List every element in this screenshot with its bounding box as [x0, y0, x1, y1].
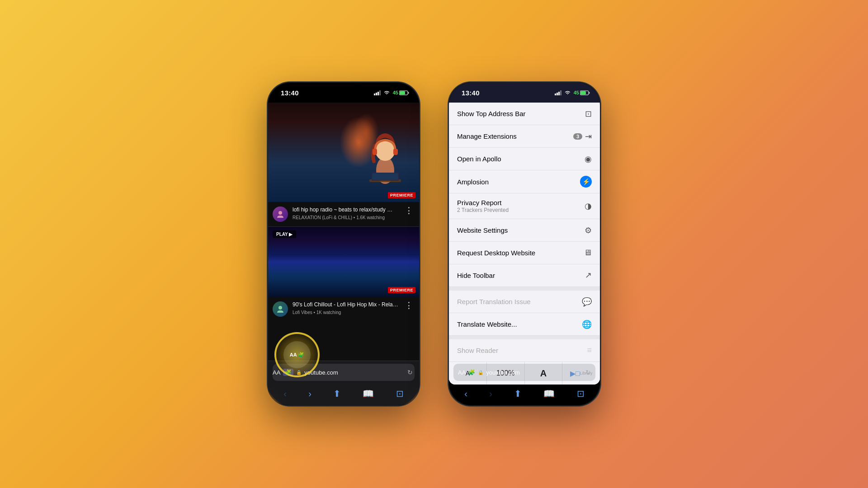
menu-item-report-translation[interactable]: Report Translation Issue 💬: [449, 291, 600, 313]
anime-figure-left: [360, 125, 410, 202]
menu-item-open-apollo[interactable]: Open in Apollo ◉: [449, 148, 600, 170]
menu-label-hide-toolbar: Hide Toolbar: [457, 272, 495, 279]
forward-btn-left[interactable]: ›: [308, 389, 311, 399]
menu-item-hide-toolbar[interactable]: Hide Toolbar ↙: [449, 264, 600, 287]
battery-level-right: 45: [574, 90, 579, 95]
menu-item-show-reader[interactable]: Show Reader ≡: [449, 339, 600, 362]
menu-icon-manage-extensions: ⇥: [585, 131, 592, 141]
svg-rect-22: [580, 91, 586, 94]
menu-item-privacy-report[interactable]: Privacy Report 2 Trackers Prevented ◑: [449, 193, 600, 219]
menu-icon-request-desktop: 🖥: [584, 248, 592, 258]
premiere-badge-bottom-left: PREMIERE: [388, 287, 415, 293]
phone-right: 13:40 45: [448, 81, 601, 407]
bookmarks-btn-right[interactable]: 📖: [543, 388, 555, 399]
channel-avatar-icon-1: [276, 210, 285, 219]
video-entry-1-left[interactable]: lofi hip hop radio ~ beats to relax/stud…: [268, 202, 419, 226]
more-btn-1-left[interactable]: ⋮: [403, 206, 415, 215]
menu-label-show-reader: Show Reader: [457, 347, 498, 354]
menu-right-request-desktop: 🖥: [584, 248, 592, 258]
tabs-btn-left[interactable]: ⊡: [396, 388, 404, 399]
svg-rect-2: [377, 92, 379, 95]
svg-rect-3: [379, 90, 381, 95]
menu-right-open-apollo: ◉: [585, 154, 592, 164]
nav-bar-left: ‹ › ⬆ 📖 ⊡: [268, 384, 419, 404]
svg-point-14: [278, 211, 282, 215]
aa-text-left: AA: [273, 369, 280, 376]
premiere-badge-top-left: PREMIERE: [388, 192, 415, 198]
menu-icon-hide-toolbar: ↙: [585, 271, 592, 281]
more-btn-2-left[interactable]: ⋮: [403, 301, 415, 310]
video-thumb-bottom-left[interactable]: PLAY ▶ PREMIERE: [268, 227, 419, 297]
wifi-icon-right: [564, 90, 571, 95]
play-button-left[interactable]: PLAY ▶: [273, 230, 296, 238]
context-menu: Show Top Address Bar ⊡ Manage Extensions…: [449, 103, 600, 385]
menu-label-show-top-address-bar: Show Top Address Bar: [457, 110, 525, 117]
menu-badge-manage-extensions: 3: [573, 133, 582, 140]
menu-icon-website-settings: ⚙: [585, 225, 592, 235]
menu-item-manage-extensions[interactable]: Manage Extensions 3 ⇥: [449, 125, 600, 148]
highlight-circle: AA 🧩: [274, 332, 320, 377]
phones-container: 13:40 45: [267, 81, 601, 407]
menu-overlay[interactable]: Show Top Address Bar ⊡ Manage Extensions…: [449, 103, 600, 405]
menu-label-privacy-report: Privacy Report: [457, 199, 509, 206]
video-meta-1-left: lofi hip hop radio ~ beats to relax/stud…: [292, 206, 398, 220]
video-channel-2-left: Lofi Vibes • 1K watching: [292, 310, 398, 315]
channel-avatar-1-left: [273, 206, 288, 222]
svg-rect-18: [558, 92, 560, 95]
menu-label-website-settings: Website Settings: [457, 226, 508, 234]
svg-rect-1: [376, 93, 377, 95]
menu-right-manage-extensions: 3 ⇥: [573, 131, 592, 141]
tabs-btn-right[interactable]: ⊡: [577, 388, 585, 399]
svg-rect-6: [400, 91, 405, 94]
status-icons-right: 45: [555, 90, 590, 95]
svg-point-15: [278, 306, 282, 310]
svg-rect-19: [560, 90, 561, 95]
svg-rect-13: [373, 174, 398, 180]
menu-icon-translate-website: 🌐: [582, 319, 592, 329]
back-btn-right[interactable]: ‹: [464, 389, 467, 399]
reload-icon-right[interactable]: ↻: [585, 369, 591, 376]
back-btn-left[interactable]: ‹: [283, 389, 287, 399]
video-meta-2-left: 90's Lofi Chillout - Lofi Hip Hop Mix - …: [292, 301, 398, 315]
forward-btn-right[interactable]: ›: [489, 389, 492, 399]
video-channel-1-left: RELAXATION (LoFi & CHILL) • 1.6K watchin…: [292, 215, 398, 220]
menu-label-block-privacy-report: Privacy Report 2 Trackers Prevented: [457, 199, 509, 213]
phone-content-left: PREMIERE lofi hip hop radio ~ beats to r…: [268, 103, 419, 405]
menu-right-hide-toolbar: ↙: [585, 271, 592, 281]
menu-item-amplosion[interactable]: Amplosion ⚡: [449, 170, 600, 193]
menu-item-website-settings[interactable]: Website Settings ⚙: [449, 219, 600, 242]
svg-rect-10: [393, 149, 398, 155]
svg-rect-16: [555, 94, 556, 95]
video-entry-2-left[interactable]: 90's Lofi Chillout - Lofi Hip Hop Mix - …: [268, 297, 419, 321]
menu-icon-show-reader: ≡: [587, 346, 592, 355]
menu-item-request-desktop[interactable]: Request Desktop Website 🖥: [449, 242, 600, 264]
menu-separator-1: [449, 287, 600, 291]
battery-icon: 45: [393, 90, 398, 95]
menu-icon-show-top-address-bar: ⊡: [585, 109, 592, 119]
battery-outline-right: [580, 90, 590, 95]
menu-item-translate-website[interactable]: Translate Website... 🌐: [449, 313, 600, 336]
aa-button-left[interactable]: AA: [273, 369, 280, 376]
share-btn-left[interactable]: ⬆: [333, 388, 341, 399]
svg-rect-0: [374, 94, 375, 95]
reload-icon-left[interactable]: ↻: [407, 369, 413, 376]
menu-label-amplosion: Amplosion: [457, 178, 489, 186]
aa-highlight-label: AA 🧩: [290, 352, 305, 357]
url-text-right[interactable]: youtube.com: [486, 369, 519, 376]
menu-label-report-translation: Report Translation Issue: [457, 298, 531, 305]
menu-right-show-reader: ≡: [587, 346, 592, 355]
menu-item-show-top-address-bar[interactable]: Show Top Address Bar ⊡: [449, 103, 600, 125]
svg-rect-9: [373, 149, 377, 155]
nav-bar-right: ‹ › ⬆ 📖 ⊡: [449, 384, 600, 404]
home-indicator-left: [268, 404, 419, 405]
menu-label-open-apollo: Open in Apollo: [457, 155, 501, 163]
ext-icon-right[interactable]: 🧩: [468, 369, 475, 375]
share-btn-right[interactable]: ⬆: [514, 388, 522, 399]
bookmarks-btn-left[interactable]: 📖: [363, 388, 374, 399]
address-bar-right[interactable]: AA 🧩 🔒 youtube.com ↻: [453, 364, 595, 381]
menu-right-show-top-address-bar: ⊡: [585, 109, 592, 119]
svg-rect-17: [557, 93, 558, 95]
signal-icon: [374, 90, 381, 95]
video-thumb-top-left[interactable]: PREMIERE: [268, 103, 419, 202]
menu-separator-2: [449, 336, 600, 339]
